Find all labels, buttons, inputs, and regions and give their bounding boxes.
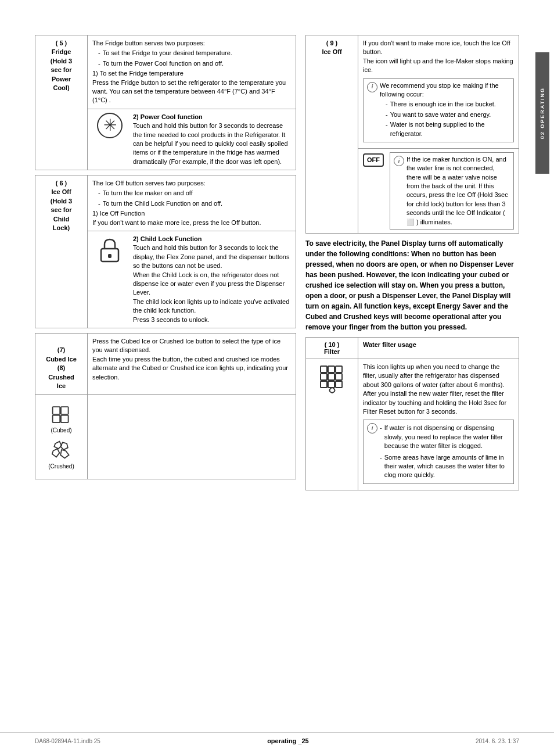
s5-text-top: The Fridge button serves two purposes: [92, 40, 205, 46]
svg-rect-2 [53, 407, 60, 414]
right-column: 02 OPERATING ( 9 ) Ice Off If you don't … [305, 35, 519, 490]
footer-filename: DA68-02894A-11.indb 25 [35, 738, 100, 744]
svg-rect-13 [321, 374, 327, 380]
section-9-content: If you don't want to make more ice, touc… [358, 35, 519, 149]
svg-rect-3 [61, 407, 69, 414]
s9-note2-box: i If the ice maker function is ON, and t… [390, 152, 514, 230]
dash: - [98, 199, 100, 208]
dash: - [98, 59, 100, 68]
s6-bullet1: To turn the Ice maker on and off [103, 189, 193, 198]
cubed-label: (Cubed) [51, 427, 71, 435]
filter-icon [319, 365, 345, 394]
left-column: ( 5 ) Fridge (Hold 3 sec for Power Cool)… [35, 35, 296, 490]
filter-text-cell: This icon lights up when you need to cha… [358, 359, 519, 490]
section-7-8-table: (7) Cubed Ice (8) Crushed Ice Press the … [35, 333, 296, 479]
section-6-header: ( 6 ) Ice Off (Hold 3 sec for Child Lock… [35, 175, 88, 328]
section-10-filter: ( 10 ) Filter Water filter usage [305, 337, 519, 490]
filter-content-text: This icon lights up when you need to cha… [363, 363, 506, 415]
filter-header: ( 10 ) Filter Water filter usage [306, 338, 519, 359]
svg-rect-10 [321, 366, 327, 372]
power-cool-icon-cell: ✳ [92, 113, 127, 138]
cubed-crushed-icons: (Cubed) (Crushed) [38, 399, 85, 474]
svg-rect-5 [61, 415, 69, 423]
section-5-content-top: The Fridge button serves two purposes: -… [88, 35, 296, 109]
svg-rect-11 [328, 366, 334, 372]
svg-rect-4 [53, 415, 60, 423]
note-icon-2: i [394, 156, 404, 166]
s6-text3: If you don't want to make more ice, pres… [92, 219, 261, 226]
svg-rect-15 [336, 374, 342, 380]
s5-bullet1: To set the Fridge to your desired temper… [103, 49, 232, 58]
filter-body: This icon lights up when you need to cha… [306, 359, 519, 490]
s9-note2-text: If the ice maker function is ON, and the… [406, 155, 510, 227]
star-icon: ✳ [97, 113, 123, 138]
section-10-title: Water filter usage [358, 338, 519, 359]
svg-marker-6 [54, 441, 62, 449]
s9-note1-box: i We recommend you stop ice making if th… [363, 78, 514, 142]
cubed-icon [51, 403, 71, 424]
section-9-table: ( 9 ) Ice Off If you don't want to make … [305, 35, 519, 234]
svg-rect-18 [336, 381, 342, 388]
s5-powercool-text: 2) Power Cool function Touch and hold th… [133, 113, 291, 166]
cubed-icon-wrap: (Cubed) [51, 403, 71, 434]
section-5-header: ( 5 ) Fridge (Hold 3 sec for Power Cool) [35, 35, 88, 170]
crushed-icon-wrap: (Crushed) [48, 439, 74, 471]
s5-bullet2: To turn the Power Cool function on and o… [103, 59, 224, 68]
s7-8-header-text: (7) Cubed Ice (8) Crushed Ice [46, 346, 77, 389]
s9-note1-text: We recommend you stop ice making if the … [380, 81, 510, 139]
filter-note-item-2: - Some areas have large amounts of lime … [380, 453, 510, 480]
section-6-content-bottom: 2) Child Lock Function Touch and hold th… [88, 231, 296, 328]
s9-text1: If you don't want to make more ice, touc… [363, 40, 513, 73]
s9-note1-b1: There is enough ice in the ice bucket. [390, 100, 496, 109]
s6-childlock-text: 2) Child Lock Function Touch and hold th… [133, 235, 291, 324]
filter-note-items: - If water is not dispensing or dispensi… [380, 422, 510, 481]
page: ( 5 ) Fridge (Hold 3 sec for Power Cool)… [0, 0, 554, 756]
section-7-8-header: (7) Cubed Ice (8) Crushed Ice [35, 333, 88, 394]
s6-bullet2: To turn the Child Lock Function on and o… [103, 199, 222, 208]
s6-text-top: The Ice Off button serves two purposes: [92, 180, 206, 187]
crushed-icon [51, 439, 72, 460]
filter-note-text-1: If water is not dispensing or dispensing… [384, 424, 510, 450]
note-icon-1: i [367, 82, 377, 92]
note-icon-3: i [367, 423, 377, 433]
filter-note-box: i - If water is not dispensing or dispen… [363, 420, 514, 483]
svg-rect-16 [321, 381, 327, 388]
filter-notes: i - If water is not dispensing or dispen… [363, 420, 514, 483]
section-7-8-content: Press the Cubed Ice or Crushed Ice butto… [88, 333, 296, 394]
operating-sidebar-label: 02 OPERATING [539, 87, 545, 139]
section-6-table: ( 6 ) Ice Off (Hold 3 sec for Child Lock… [35, 175, 296, 328]
s9-note1-b3: Water is not being supplied to the refri… [390, 120, 510, 138]
footer: DA68-02894A-11.indb 25 operating _25 201… [0, 732, 554, 744]
s5-text2: 1) To set the Fridge temperature [92, 70, 184, 77]
svg-rect-17 [328, 381, 334, 388]
main-content: ( 5 ) Fridge (Hold 3 sec for Power Cool)… [35, 35, 519, 490]
svg-marker-9 [60, 450, 69, 458]
section-9-off-row: OFF i If the ice maker function is ON, a… [358, 148, 519, 233]
section-6-content-top: The Ice Off button serves two purposes: … [88, 175, 296, 231]
section-9-header: ( 9 ) Ice Off [306, 35, 358, 234]
svg-rect-1 [108, 254, 111, 258]
section-7-8-empty [88, 395, 296, 479]
section-5-content-bottom: ✳ 2) Power Cool function Touch and hold … [88, 109, 296, 170]
filter-note-text-2: Some areas have large amounts of lime in… [384, 453, 510, 480]
s7-8-text: Press the Cubed Ice or Crushed Ice butto… [92, 338, 288, 381]
crushed-label: (Crushed) [48, 463, 74, 471]
svg-rect-12 [336, 366, 342, 372]
lock-icon-cell [92, 235, 127, 266]
off-badge: OFF [363, 153, 384, 167]
page-number: operating _25 [267, 737, 309, 744]
section-7-8-icons-cell: (Cubed) (Crushed) [35, 395, 88, 479]
bold-paragraph: To save electricity, the Panel Display t… [305, 238, 519, 332]
section-10-label: ( 10 ) Filter [306, 338, 358, 359]
off-badge-cell: OFF [363, 152, 384, 167]
s6-text2: 1) Ice Off Function [92, 210, 145, 217]
dash: - [98, 49, 100, 58]
svg-marker-8 [52, 449, 59, 457]
filter-note-item-1: - If water is not dispensing or dispensi… [380, 424, 510, 450]
lock-icon [99, 237, 121, 264]
section-5-table: ( 5 ) Fridge (Hold 3 sec for Power Cool)… [35, 35, 296, 170]
footer-timestamp: 2014. 6. 23. 1:37 [476, 738, 519, 744]
filter-icon-cell [306, 359, 358, 490]
svg-rect-14 [328, 374, 334, 380]
s9-note1-b2: You want to save water and energy. [390, 110, 491, 119]
